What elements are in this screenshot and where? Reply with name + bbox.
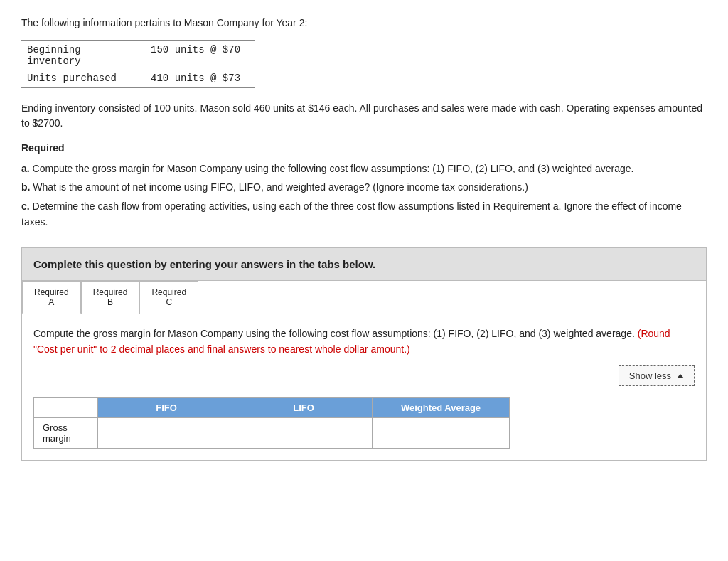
lifo-input-cell[interactable]: [235, 418, 373, 449]
answer-table: FIFO LIFO Weighted Average Gross margin: [33, 397, 510, 449]
complete-box: Complete this question by entering your …: [21, 247, 707, 281]
lifo-header: LIFO: [235, 398, 373, 418]
show-less-container: Show less: [33, 365, 695, 386]
table-header-row: FIFO LIFO Weighted Average: [34, 398, 510, 418]
tabs-row: Required A Required B Required C: [22, 281, 706, 314]
req-text-b: What is the amount of net income using F…: [33, 181, 528, 193]
purchased-label: Units purchased: [21, 70, 145, 87]
show-less-label: Show less: [629, 370, 671, 381]
weighted-average-input-cell[interactable]: [373, 418, 510, 449]
req-letter-c: c.: [21, 201, 30, 212]
empty-header: [34, 398, 98, 418]
gross-margin-label: Gross margin: [34, 418, 98, 449]
req-letter-a: a.: [21, 163, 30, 174]
weighted-average-header: Weighted Average: [373, 398, 510, 418]
show-less-button[interactable]: Show less: [619, 365, 695, 386]
fifo-input-cell[interactable]: [98, 418, 235, 449]
table-row: Units purchased 410 units @ $73: [21, 70, 255, 87]
tab-content-area: Compute the gross margin for Mason Compa…: [22, 314, 706, 461]
inventory-label: Beginning inventory: [21, 41, 145, 70]
fifo-input[interactable]: [107, 428, 226, 439]
table-row: Beginning inventory 150 units @ $70: [21, 41, 255, 70]
fifo-header: FIFO: [98, 398, 235, 418]
list-item: a. Compute the gross margin for Mason Co…: [21, 161, 707, 176]
tab-description-plain: Compute the gross margin for Mason Compa…: [33, 328, 638, 339]
list-item: b. What is the amount of net income usin…: [21, 179, 707, 195]
table-row: Gross margin: [34, 418, 510, 449]
tab-required-b[interactable]: Required B: [81, 281, 140, 314]
tab-required-c[interactable]: Required C: [139, 281, 198, 314]
tab-description: Compute the gross margin for Mason Compa…: [33, 326, 695, 358]
lifo-input[interactable]: [244, 428, 363, 439]
purchased-value: 410 units @ $73: [145, 70, 255, 87]
inventory-value: 150 units @ $70: [145, 41, 255, 70]
list-item: c. Determine the cash flow from operatin…: [21, 198, 707, 230]
arrow-up-icon: [677, 374, 684, 378]
ending-inventory-text: Ending inventory consisted of 100 units.…: [21, 101, 707, 131]
req-text-a: Compute the gross margin for Mason Compa…: [33, 163, 634, 174]
inventory-table: Beginning inventory 150 units @ $70 Unit…: [21, 40, 255, 88]
weighted-average-input[interactable]: [381, 428, 500, 439]
intro-text: The following information pertains to Ma…: [21, 17, 707, 28]
tabs-container: Required A Required B Required C Compute…: [21, 281, 707, 461]
req-text-c: Determine the cash flow from operating a…: [21, 201, 682, 228]
requirements-list: a. Compute the gross margin for Mason Co…: [21, 161, 707, 230]
required-label: Required: [21, 142, 707, 154]
complete-box-text: Complete this question by entering your …: [33, 258, 375, 270]
tab-required-a[interactable]: Required A: [22, 281, 81, 314]
req-letter-b: b.: [21, 181, 30, 193]
